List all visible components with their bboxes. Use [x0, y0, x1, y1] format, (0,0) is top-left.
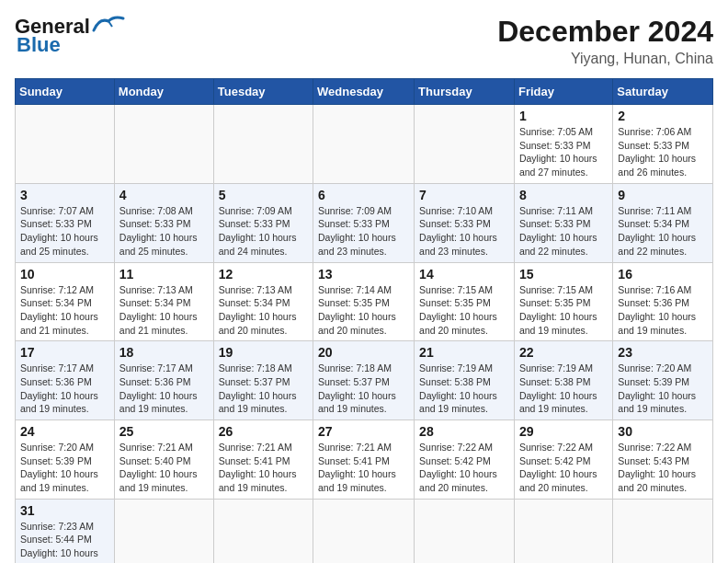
day-number: 22 [519, 345, 608, 360]
day-number: 18 [119, 345, 209, 360]
day-number: 16 [618, 267, 708, 282]
day-number: 23 [618, 345, 708, 360]
day-number: 3 [20, 188, 109, 202]
day-number: 24 [20, 424, 109, 439]
day-info: Sunrise: 7:11 AMSunset: 5:34 PMDaylight:… [618, 205, 696, 257]
day-number: 9 [618, 188, 708, 202]
calendar-day-cell: 30 Sunrise: 7:22 AMSunset: 5:43 PMDaylig… [613, 420, 713, 500]
calendar-day-cell: 29 Sunrise: 7:22 AMSunset: 5:42 PMDaylig… [514, 420, 612, 500]
calendar-day-cell: 26 Sunrise: 7:21 AMSunset: 5:41 PMDaylig… [213, 420, 313, 500]
header-sunday: Sunday [16, 79, 115, 105]
header-thursday: Thursday [415, 79, 515, 105]
day-info: Sunrise: 7:15 AMSunset: 5:35 PMDaylight:… [419, 284, 497, 336]
calendar-week-row: 24 Sunrise: 7:20 AMSunset: 5:39 PMDaylig… [16, 420, 713, 500]
day-info: Sunrise: 7:22 AMSunset: 5:42 PMDaylight:… [419, 442, 497, 493]
calendar-day-cell: 8 Sunrise: 7:11 AMSunset: 5:33 PMDayligh… [514, 183, 612, 262]
day-info: Sunrise: 7:13 AMSunset: 5:34 PMDaylight:… [119, 284, 198, 336]
calendar-day-cell: 6 Sunrise: 7:09 AMSunset: 5:33 PMDayligh… [313, 183, 415, 262]
day-info: Sunrise: 7:12 AMSunset: 5:34 PMDaylight:… [20, 284, 98, 336]
day-number: 12 [219, 267, 308, 282]
calendar-day-cell: 19 Sunrise: 7:18 AMSunset: 5:37 PMDaylig… [213, 341, 313, 420]
calendar-day-cell: 23 Sunrise: 7:20 AMSunset: 5:39 PMDaylig… [613, 341, 713, 420]
day-info: Sunrise: 7:22 AMSunset: 5:43 PMDaylight:… [618, 442, 696, 493]
calendar-day-cell: 22 Sunrise: 7:19 AMSunset: 5:38 PMDaylig… [514, 341, 612, 420]
calendar-day-cell: 9 Sunrise: 7:11 AMSunset: 5:34 PMDayligh… [613, 183, 713, 262]
day-number: 4 [119, 188, 209, 202]
day-number: 2 [618, 109, 708, 123]
day-info: Sunrise: 7:13 AMSunset: 5:34 PMDaylight:… [219, 284, 297, 336]
day-info: Sunrise: 7:20 AMSunset: 5:39 PMDaylight:… [618, 362, 696, 414]
calendar-day-cell: 14 Sunrise: 7:15 AMSunset: 5:35 PMDaylig… [415, 262, 515, 341]
day-info: Sunrise: 7:20 AMSunset: 5:39 PMDaylight:… [20, 442, 98, 493]
calendar-day-cell: 24 Sunrise: 7:20 AMSunset: 5:39 PMDaylig… [16, 420, 115, 500]
calendar-day-cell [16, 105, 115, 184]
calendar-day-cell: 15 Sunrise: 7:15 AMSunset: 5:35 PMDaylig… [514, 262, 612, 341]
calendar-day-cell [514, 499, 612, 563]
calendar-title: December 2024 [497, 15, 713, 49]
calendar-header-row: Sunday Monday Tuesday Wednesday Thursday… [16, 79, 713, 105]
day-info: Sunrise: 7:17 AMSunset: 5:36 PMDaylight:… [119, 362, 198, 414]
calendar-day-cell: 2 Sunrise: 7:06 AMSunset: 5:33 PMDayligh… [613, 105, 713, 184]
day-number: 10 [20, 267, 109, 282]
day-number: 14 [419, 267, 509, 282]
header-wednesday: Wednesday [313, 79, 415, 105]
day-number: 5 [219, 188, 308, 202]
calendar-day-cell [213, 499, 313, 563]
header-monday: Monday [114, 79, 213, 105]
day-info: Sunrise: 7:08 AMSunset: 5:33 PMDaylight:… [119, 205, 198, 257]
day-info: Sunrise: 7:23 AMSunset: 5:44 PMDaylight:… [20, 521, 98, 563]
day-number: 31 [20, 503, 109, 518]
day-number: 25 [119, 424, 209, 439]
title-block: December 2024 Yiyang, Hunan, China [497, 15, 713, 67]
day-number: 19 [219, 345, 308, 360]
calendar-day-cell: 3 Sunrise: 7:07 AMSunset: 5:33 PMDayligh… [16, 183, 115, 262]
calendar-week-row: 17 Sunrise: 7:17 AMSunset: 5:36 PMDaylig… [16, 341, 713, 420]
calendar-day-cell [114, 105, 213, 184]
day-number: 29 [519, 424, 608, 439]
calendar-week-row: 31 Sunrise: 7:23 AMSunset: 5:44 PMDaylig… [16, 499, 713, 563]
day-info: Sunrise: 7:11 AMSunset: 5:33 PMDaylight:… [519, 205, 597, 257]
day-info: Sunrise: 7:15 AMSunset: 5:35 PMDaylight:… [519, 284, 597, 336]
calendar-day-cell: 12 Sunrise: 7:13 AMSunset: 5:34 PMDaylig… [213, 262, 313, 341]
day-number: 28 [419, 424, 509, 439]
calendar-day-cell [313, 105, 415, 184]
calendar-day-cell: 11 Sunrise: 7:13 AMSunset: 5:34 PMDaylig… [114, 262, 213, 341]
day-info: Sunrise: 7:07 AMSunset: 5:33 PMDaylight:… [20, 205, 98, 257]
day-info: Sunrise: 7:21 AMSunset: 5:40 PMDaylight:… [119, 442, 198, 493]
day-number: 11 [119, 267, 209, 282]
day-info: Sunrise: 7:09 AMSunset: 5:33 PMDaylight:… [219, 205, 297, 257]
logo-blue: Blue [17, 33, 61, 57]
page-header: General Blue December 2024 Yiyang, Hunan… [15, 15, 713, 67]
day-info: Sunrise: 7:21 AMSunset: 5:41 PMDaylight:… [318, 442, 396, 493]
day-number: 27 [318, 424, 409, 439]
logo-bird-icon [92, 14, 125, 34]
calendar-day-cell [313, 499, 415, 563]
day-number: 15 [519, 267, 608, 282]
day-info: Sunrise: 7:05 AMSunset: 5:33 PMDaylight:… [519, 126, 597, 178]
calendar-week-row: 3 Sunrise: 7:07 AMSunset: 5:33 PMDayligh… [16, 183, 713, 262]
day-info: Sunrise: 7:16 AMSunset: 5:36 PMDaylight:… [618, 284, 696, 336]
calendar-day-cell: 31 Sunrise: 7:23 AMSunset: 5:44 PMDaylig… [16, 499, 115, 563]
day-number: 30 [618, 424, 708, 439]
calendar-day-cell: 18 Sunrise: 7:17 AMSunset: 5:36 PMDaylig… [114, 341, 213, 420]
day-info: Sunrise: 7:18 AMSunset: 5:37 PMDaylight:… [318, 362, 396, 414]
calendar-day-cell: 17 Sunrise: 7:17 AMSunset: 5:36 PMDaylig… [16, 341, 115, 420]
day-info: Sunrise: 7:06 AMSunset: 5:33 PMDaylight:… [618, 126, 696, 178]
logo: General Blue [15, 15, 125, 57]
calendar-day-cell: 27 Sunrise: 7:21 AMSunset: 5:41 PMDaylig… [313, 420, 415, 500]
calendar-day-cell: 13 Sunrise: 7:14 AMSunset: 5:35 PMDaylig… [313, 262, 415, 341]
calendar-day-cell: 1 Sunrise: 7:05 AMSunset: 5:33 PMDayligh… [514, 105, 612, 184]
calendar-day-cell: 4 Sunrise: 7:08 AMSunset: 5:33 PMDayligh… [114, 183, 213, 262]
calendar-day-cell [213, 105, 313, 184]
day-number: 17 [20, 345, 109, 360]
calendar-day-cell: 7 Sunrise: 7:10 AMSunset: 5:33 PMDayligh… [415, 183, 515, 262]
day-number: 20 [318, 345, 409, 360]
calendar-day-cell [415, 499, 515, 563]
day-number: 1 [519, 109, 608, 123]
day-info: Sunrise: 7:19 AMSunset: 5:38 PMDaylight:… [419, 362, 497, 414]
calendar-week-row: 1 Sunrise: 7:05 AMSunset: 5:33 PMDayligh… [16, 105, 713, 184]
day-number: 8 [519, 188, 608, 202]
day-number: 26 [219, 424, 308, 439]
day-info: Sunrise: 7:14 AMSunset: 5:35 PMDaylight:… [318, 284, 396, 336]
calendar-day-cell: 5 Sunrise: 7:09 AMSunset: 5:33 PMDayligh… [213, 183, 313, 262]
